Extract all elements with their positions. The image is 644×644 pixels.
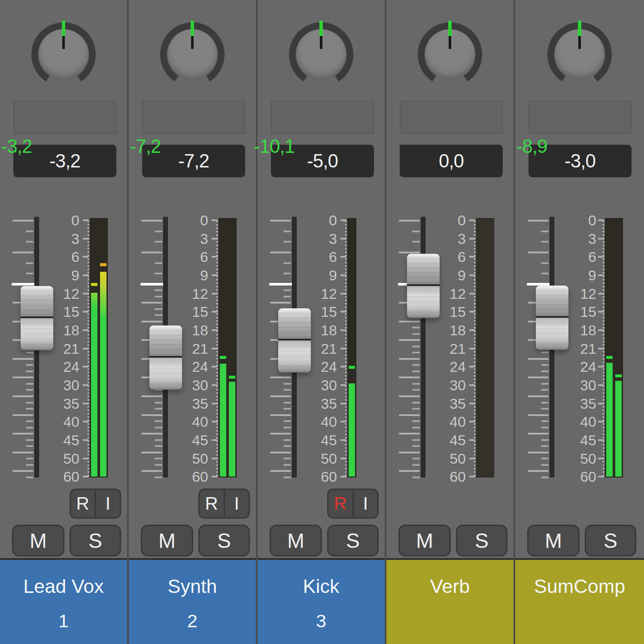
track-label[interactable]: Verb <box>386 558 513 644</box>
meter-scale-label: 50 <box>450 451 466 466</box>
meter-scale-label: 30 <box>63 378 79 392</box>
mute-button[interactable]: M <box>12 525 64 556</box>
mute-solo-row: M S <box>258 525 385 556</box>
meter-scale-label: 12 <box>63 286 79 301</box>
solo-button[interactable]: S <box>327 525 379 556</box>
pan-pointer-icon <box>320 36 322 49</box>
meter-scale: 03691215182124303540455060 <box>515 215 644 479</box>
meter-scale-label: 6 <box>200 249 208 264</box>
input-monitor-button[interactable]: I <box>354 490 378 517</box>
pan-pointer-icon <box>578 36 581 49</box>
meter-scale-label: 0 <box>458 213 466 228</box>
meter-scale-label: 24 <box>192 359 208 374</box>
input-monitor-button[interactable]: I <box>96 490 120 517</box>
output-slot[interactable] <box>271 101 374 134</box>
mute-button[interactable]: M <box>141 525 193 556</box>
peak-hold-indicator <box>229 376 235 379</box>
meter-scale-label: 3 <box>458 231 466 246</box>
record-enable-button[interactable]: R <box>200 490 225 517</box>
meter-scale-label: 18 <box>450 323 466 337</box>
output-slot[interactable] <box>529 101 632 134</box>
mute-solo-row: M S <box>0 525 127 556</box>
meter-scale-label: 18 <box>63 323 79 337</box>
track-label[interactable]: Kick 3 <box>258 558 385 644</box>
record-input-row: R I <box>0 489 127 519</box>
volume-value-display[interactable]: 0,0 <box>400 145 503 177</box>
meter-scale-label: 60 <box>192 469 208 484</box>
track-name: SumComp <box>515 575 644 598</box>
output-slot[interactable] <box>13 101 116 134</box>
peak-hold-indicator <box>606 356 613 359</box>
pan-knob[interactable] <box>160 22 225 87</box>
meter-scale-dots <box>603 221 604 477</box>
meter-scale-label: 30 <box>580 378 596 392</box>
peak-level-display[interactable]: -8,9 <box>529 145 535 148</box>
meter-scale-label: 18 <box>192 323 208 337</box>
level-meter <box>605 218 623 477</box>
meter-scale-label: 6 <box>588 249 596 264</box>
track-label[interactable]: Lead Vox 1 <box>0 558 127 644</box>
meter-scale-label: 50 <box>580 451 596 466</box>
mute-button[interactable]: M <box>527 525 580 556</box>
pan-knob[interactable] <box>547 22 612 87</box>
pan-knob[interactable] <box>289 22 353 87</box>
channel-strip: -3,2 -3,2 03691215182124303540455060 R I… <box>0 0 129 644</box>
meter-scale-label: 18 <box>321 323 337 337</box>
pan-knob[interactable] <box>31 22 96 87</box>
track-label[interactable]: SumComp <box>515 558 644 644</box>
value-displays: -3,2 -3,2 <box>13 145 116 177</box>
meter-bar <box>220 364 226 477</box>
mute-button[interactable]: M <box>398 525 451 556</box>
meter-scale-label: 3 <box>200 231 208 246</box>
input-monitor-button[interactable]: I <box>225 490 249 517</box>
solo-button[interactable]: S <box>456 525 507 556</box>
record-input-button-group: R I <box>198 489 250 519</box>
peak-hold-indicator <box>100 263 106 266</box>
meter-scale-label: 15 <box>63 304 79 319</box>
solo-button[interactable]: S <box>198 525 250 556</box>
mute-button[interactable]: M <box>270 525 322 556</box>
record-enable-button[interactable]: R <box>328 490 354 517</box>
meter-bar <box>100 272 106 477</box>
peak-hold-indicator <box>349 366 355 369</box>
pan-knob[interactable] <box>418 22 482 87</box>
value-displays: 0,0 <box>400 145 503 177</box>
meter-scale-label: 30 <box>450 378 466 392</box>
record-input-button-group: R I <box>70 489 121 519</box>
meter-bar <box>91 293 97 477</box>
peak-level-display[interactable] <box>400 145 406 148</box>
meter-scale-label: 40 <box>321 414 337 429</box>
fader-meter-section: 03691215182124303540455060 <box>386 215 513 479</box>
value-displays: -3,0 -8,9 <box>529 145 632 177</box>
channel-strip: -7,2 -7,2 03691215182124303540455060 R I… <box>129 0 258 644</box>
record-enable-button[interactable]: R <box>71 490 96 517</box>
peak-level-display[interactable]: -3,2 <box>13 145 20 148</box>
solo-button[interactable]: S <box>585 525 636 556</box>
fader-meter-section: 03691215182124303540455060 <box>258 215 385 479</box>
meter-scale-label: 40 <box>63 414 79 429</box>
meter-scale: 03691215182124303540455060 <box>129 215 256 479</box>
meter-scale-label: 30 <box>321 378 337 392</box>
output-slot[interactable] <box>142 101 245 134</box>
meter-scale-label: 45 <box>192 433 208 447</box>
peak-hold-indicator <box>91 283 97 286</box>
meter-scale-label: 12 <box>450 286 466 301</box>
meter-scale-label: 15 <box>580 304 596 319</box>
output-slot[interactable] <box>400 101 503 134</box>
peak-level-display[interactable]: -10,1 <box>271 145 277 148</box>
peak-level-display[interactable]: -7,2 <box>142 145 149 148</box>
channel-strip: -5,0 -10,1 03691215182124303540455060 R … <box>258 0 386 644</box>
meter-scale-label: 24 <box>63 359 79 374</box>
meter-scale-label: 60 <box>321 469 337 484</box>
track-number: 1 <box>0 611 127 632</box>
meter-bar <box>229 382 235 477</box>
pan-indicator-icon <box>319 21 323 36</box>
meter-scale-label: 21 <box>63 341 79 356</box>
level-meter <box>347 218 356 477</box>
meter-scale-label: 35 <box>321 396 337 411</box>
track-label[interactable]: Synth 2 <box>129 558 256 644</box>
meter-scale-label: 0 <box>200 213 208 228</box>
meter-bar <box>606 363 613 477</box>
meter-scale-label: 21 <box>450 341 466 356</box>
solo-button[interactable]: S <box>70 525 121 556</box>
